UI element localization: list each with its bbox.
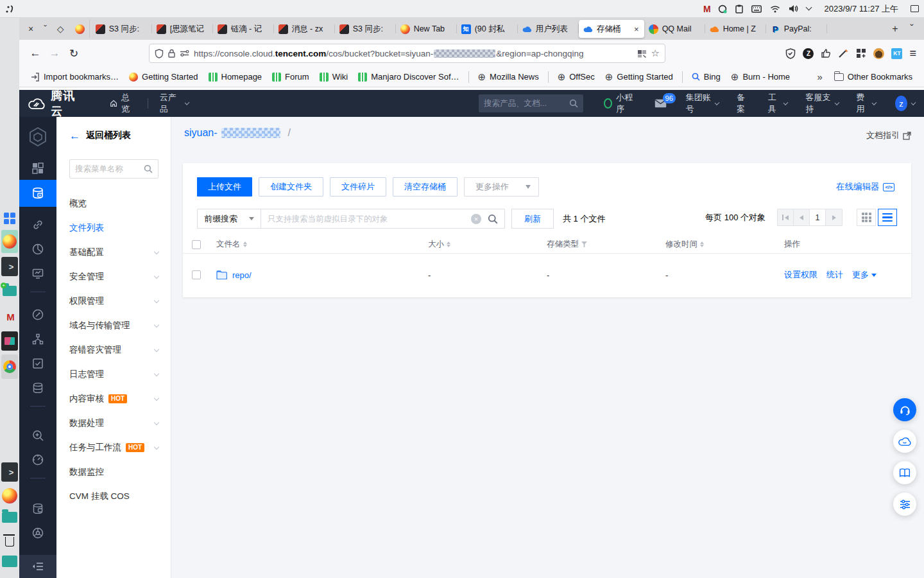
rail-network-icon[interactable] <box>19 328 56 351</box>
sidebar-item-basic-config[interactable]: 基础配置 <box>56 240 171 265</box>
sidebar-item-fault-tolerance[interactable]: 容错容灾管理 <box>56 338 171 362</box>
new-tab-button[interactable]: + <box>887 21 903 37</box>
system-clock[interactable]: 2023/9/7 11:27 上午 <box>825 3 898 15</box>
bookmark-star-icon[interactable]: ☆ <box>651 48 660 59</box>
prev-page-button[interactable] <box>794 209 810 225</box>
show-desktop-icon[interactable] <box>911 5 919 12</box>
nav-icp[interactable]: 备案 <box>728 90 759 117</box>
object-search-input[interactable] <box>261 215 471 223</box>
nav-messages[interactable]: 96 <box>644 99 677 108</box>
bookmark-getting-started-2[interactable]: ⊕Getting Started <box>601 69 677 84</box>
next-page-button[interactable] <box>826 209 842 225</box>
sidebar-search-input[interactable] <box>75 164 144 173</box>
bookmark-import[interactable]: Import bookmarks… <box>27 69 123 84</box>
more-actions-dropdown[interactable]: 更多操作 <box>464 177 539 197</box>
feedback-settings-button[interactable] <box>893 493 916 516</box>
sidebar-search-box[interactable] <box>69 159 158 179</box>
doc-guide-link[interactable]: 文档指引 <box>866 130 911 141</box>
tab-paypal[interactable]: PPayPal: <box>766 20 827 38</box>
tab-messages[interactable]: 消息 - zx <box>274 20 335 38</box>
nav-tools[interactable]: 工具 <box>759 90 796 117</box>
other-bookmarks[interactable]: Other Bookmarks <box>830 69 916 84</box>
col-storage-class[interactable]: 存储类型 <box>547 239 665 250</box>
rail-data-explore-icon[interactable] <box>19 424 56 447</box>
search-icon[interactable] <box>488 214 498 224</box>
tray-volume-icon[interactable] <box>789 4 798 13</box>
app-menu-icon[interactable]: ≡ <box>909 47 916 60</box>
dock-file-manager-icon[interactable]: + <box>1 281 18 301</box>
rail-dashboard-icon[interactable] <box>19 448 56 471</box>
window-menu-button[interactable]: ˇ <box>44 24 47 34</box>
file-fragments-button[interactable]: 文件碎片 <box>330 177 386 197</box>
tab-user-list[interactable]: 用户列表 <box>518 20 579 38</box>
dock-media-app-icon[interactable] <box>1 331 18 351</box>
thumb-extension-icon[interactable] <box>821 48 831 58</box>
sort-icon[interactable] <box>243 241 247 248</box>
cloud-assistant-button[interactable] <box>893 430 916 453</box>
tab-s3-sync-1[interactable]: S3 同步: <box>91 20 152 38</box>
sidebar-item-permissions[interactable]: 权限管理 <box>56 289 171 313</box>
tray-clipboard-icon[interactable] <box>735 4 743 13</box>
first-page-button[interactable] <box>778 209 794 225</box>
picture-in-picture-icon[interactable] <box>637 49 647 58</box>
sidebar-item-domain-transfer[interactable]: 域名与传输管理 <box>56 313 171 338</box>
tab-cloudflare-home[interactable]: Home | Z <box>705 20 766 38</box>
back-to-bucket-list[interactable]: ← 返回桶列表 <box>69 130 131 141</box>
empty-bucket-button[interactable]: 清空存储桶 <box>393 177 458 197</box>
tab-new-tab[interactable]: New Tab <box>396 20 457 38</box>
console-search-box[interactable] <box>479 94 583 112</box>
nav-group-account[interactable]: 集团账号 <box>677 90 728 117</box>
sort-icon[interactable] <box>700 241 704 248</box>
window-close-button[interactable]: × <box>28 24 33 34</box>
bookmark-bing[interactable]: Bing <box>688 69 724 84</box>
sort-icon[interactable] <box>447 241 450 248</box>
tab-bucket-active[interactable]: 存储桶× <box>579 20 644 38</box>
z-extension-icon[interactable]: Z <box>803 48 814 59</box>
nav-support[interactable]: 客服支持 <box>796 90 847 117</box>
rail-monitor-icon[interactable] <box>19 262 56 285</box>
dock-terminal2-icon[interactable]: > <box>1 462 18 482</box>
dock-minimized-window-icon[interactable] <box>1 554 18 569</box>
rail-secure-db-icon[interactable] <box>19 497 56 520</box>
dock-terminal-icon[interactable]: > <box>1 257 18 276</box>
sidebar-item-data-monitor[interactable]: 数据监控 <box>56 460 171 484</box>
bookmark-homepage[interactable]: Homepage <box>205 69 266 84</box>
bookmark-wiki[interactable]: Wiki <box>316 69 352 84</box>
privacy-shield-icon[interactable] <box>785 48 796 59</box>
rail-checklist-icon[interactable] <box>19 352 56 375</box>
rail-console-logo-icon[interactable] <box>19 125 56 150</box>
sidebar-item-file-list[interactable]: 文件列表 <box>56 216 171 240</box>
kt-extension-icon[interactable]: KT <box>891 48 902 59</box>
tab-zhihu[interactable]: 知(90 封私 <box>457 20 518 38</box>
bookmark-forum[interactable]: Forum <box>268 69 313 84</box>
tab-s3-sync-2[interactable]: S3 同步: <box>335 20 396 38</box>
sidebar-item-overview[interactable]: 概览 <box>56 191 171 216</box>
dock-app-launcher-icon[interactable] <box>1 210 18 227</box>
account-avatar[interactable]: z <box>895 96 907 111</box>
rail-collapse-button[interactable] <box>19 555 56 578</box>
tray-app-m-icon[interactable]: M <box>703 4 710 14</box>
tab-liandi[interactable]: 链滴 - 记 <box>213 20 274 38</box>
nav-products[interactable]: 云产品 <box>151 90 198 117</box>
back-button[interactable]: ← <box>26 44 45 63</box>
set-permissions-link[interactable]: 设置权限 <box>784 269 817 281</box>
nav-billing[interactable]: 费用 <box>847 90 884 117</box>
folder-link[interactable]: repo/ <box>232 270 252 280</box>
col-filename[interactable]: 文件名 <box>216 239 428 250</box>
url-bar[interactable]: https://console.cloud.tencent.com/cos/bu… <box>149 44 665 63</box>
sidebar-item-content-audit[interactable]: 内容审核HOT <box>56 387 171 411</box>
bookmark-getting-started[interactable]: Getting Started <box>125 69 201 84</box>
bookmark-mozilla-news[interactable]: ⊕Mozilla News <box>474 69 543 84</box>
tencent-cloud-logo[interactable]: 腾讯云 <box>28 88 83 119</box>
rail-database-icon[interactable] <box>19 376 56 399</box>
dock-chrome-icon[interactable] <box>1 355 18 379</box>
tray-expand-chevron-icon[interactable] <box>805 4 812 11</box>
forward-button[interactable]: → <box>45 44 64 63</box>
dock-reader-app-icon[interactable]: M <box>1 307 18 326</box>
pinned-firefox-tab[interactable] <box>71 20 90 38</box>
permissions-icon[interactable] <box>180 49 189 57</box>
online-editor-link[interactable]: 在线编辑器 </> <box>836 181 894 193</box>
bookmarks-overflow-chevron[interactable]: » <box>812 71 828 82</box>
tab-siyuan-note[interactable]: [思源笔记 <box>152 20 213 38</box>
search-icon[interactable] <box>569 99 578 108</box>
